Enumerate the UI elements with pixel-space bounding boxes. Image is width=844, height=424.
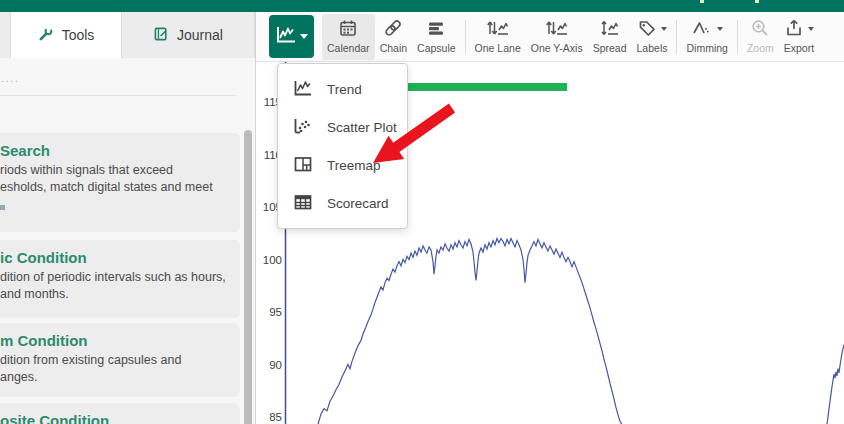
calendar-button[interactable]: Calendar — [322, 14, 375, 60]
header-clipped-artifact — [700, 0, 704, 3]
toolbar-button-label: Export — [784, 42, 814, 54]
toolbar-button-label: One Y-Axis — [531, 42, 583, 54]
menu-item-trend[interactable]: Trend — [278, 70, 407, 108]
tool-list-item[interactable]: Searchriods within signals that exceedes… — [0, 133, 240, 232]
one-y-axis-icon — [545, 18, 569, 40]
toolbar-button-label: Chain — [380, 42, 407, 54]
menu-item-label: Trend — [327, 82, 362, 97]
menu-item-label: Scorecard — [327, 196, 389, 211]
one-lane-icon — [486, 18, 510, 40]
labels-button[interactable]: Labels — [632, 14, 673, 60]
toolbar-separator — [465, 20, 466, 54]
tab-journal-label: Journal — [177, 27, 223, 43]
one-lane-button[interactable]: One Lane — [470, 14, 526, 60]
export-icon — [784, 18, 804, 40]
caret-down-icon — [808, 27, 814, 31]
tool-title: Search — [0, 142, 230, 159]
tool-list-item[interactable]: osite Condition — [0, 403, 240, 424]
capsule-indicator-bar — [408, 83, 567, 91]
sidebar-panel: Tools Journal .... Searchriods within si… — [0, 12, 256, 424]
labels-icon — [637, 18, 657, 40]
toolbar-buttons: CalendarChainCapsuleOne LaneOne Y-AxisSp… — [322, 14, 819, 60]
one-y-axis-button[interactable]: One Y-Axis — [526, 14, 588, 60]
trend-icon — [292, 78, 314, 101]
y-axis-tick-label: 100 — [256, 253, 282, 267]
export-button[interactable]: Export — [779, 14, 819, 60]
dimming-icon — [691, 18, 713, 40]
toolbar-button-label: Dimming — [686, 42, 727, 54]
tab-journal[interactable]: Journal — [122, 12, 255, 58]
y-axis-tick-label: 90 — [256, 358, 282, 372]
app-header-bar — [0, 0, 844, 12]
clipped-text-ellipsis: .... — [1, 72, 19, 84]
chevron-down-icon — [300, 34, 308, 39]
tool-description-line: riods within signals that exceed — [0, 162, 230, 179]
spread-icon — [600, 18, 620, 40]
chain-icon — [383, 18, 403, 40]
scorecard-icon — [292, 192, 314, 215]
y-axis-tick-label: 85 — [256, 410, 282, 424]
sidebar-scrollbar-thumb[interactable] — [244, 130, 252, 424]
signal-trace — [318, 239, 622, 424]
zoom-button: Zoom — [742, 14, 779, 60]
header-clipped-artifact — [755, 0, 759, 3]
scatter-icon — [292, 116, 314, 139]
toolbar-separator — [737, 20, 738, 54]
spread-button[interactable]: Spread — [588, 14, 632, 60]
menu-item-label: Treemap — [327, 158, 381, 173]
view-type-dropdown-button[interactable] — [269, 15, 314, 58]
tool-title: m Condition — [0, 332, 230, 349]
tool-description-line: dition of periodic intervals such as hou… — [0, 269, 230, 286]
menu-item-treemap[interactable]: Treemap — [278, 146, 407, 184]
menu-item-label: Scatter Plot — [327, 120, 397, 135]
signal-trace — [827, 345, 844, 424]
treemap-icon — [292, 154, 314, 177]
capsule-button[interactable]: Capsule — [412, 14, 461, 60]
y-axis-tick-label: 95 — [256, 305, 282, 319]
sidebar-tab-bar: Tools Journal — [0, 12, 255, 58]
menu-item-scatter-plot[interactable]: Scatter Plot — [278, 108, 407, 146]
tool-list-item[interactable]: ic Conditiondition of periodic intervals… — [0, 240, 240, 318]
chart-toolbar: CalendarChainCapsuleOne LaneOne Y-AxisSp… — [256, 12, 844, 62]
clipped-text-fragment — [0, 205, 5, 210]
caret-down-icon — [717, 27, 723, 31]
tab-tools-label: Tools — [62, 27, 95, 43]
calendar-icon — [338, 18, 358, 40]
tool-title: osite Condition — [0, 412, 230, 424]
tool-description-line: and months. — [0, 286, 230, 303]
trend-chart-white-icon — [275, 25, 297, 49]
chain-button[interactable]: Chain — [375, 14, 412, 60]
toolbar-button-label: Zoom — [747, 42, 774, 54]
journal-icon — [153, 26, 169, 45]
toolbar-button-label: Spread — [593, 42, 627, 54]
caret-down-icon — [661, 27, 667, 31]
sidebar-divider — [0, 95, 236, 96]
wrench-icon — [38, 26, 54, 45]
tool-title: ic Condition — [0, 249, 230, 266]
toolbar-button-label: One Lane — [475, 42, 521, 54]
tab-tools[interactable]: Tools — [10, 12, 122, 58]
tool-description-line: anges. — [0, 369, 230, 386]
tool-description-line: dition from existing capsules and — [0, 352, 230, 369]
zoom-icon — [750, 18, 770, 40]
capsule-icon — [426, 18, 446, 40]
toolbar-button-label: Capsule — [417, 42, 456, 54]
menu-item-scorecard[interactable]: Scorecard — [278, 184, 407, 222]
tool-description-line: esholds, match digital states and meet — [0, 179, 230, 196]
view-type-dropdown-menu: TrendScatter PlotTreemapScorecard — [277, 63, 408, 229]
dimming-button[interactable]: Dimming — [681, 14, 732, 60]
toolbar-button-label: Calendar — [327, 42, 370, 54]
tool-list-item[interactable]: m Conditiondition from existing capsules… — [0, 323, 240, 397]
toolbar-button-label: Labels — [637, 42, 668, 54]
toolbar-separator — [676, 20, 677, 54]
